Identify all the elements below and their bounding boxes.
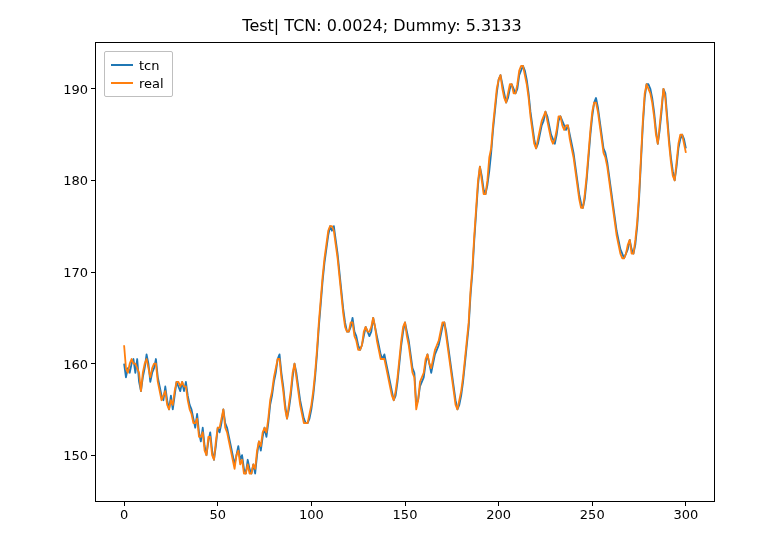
axes: tcn real 0501001502002503001501601701801… bbox=[95, 42, 715, 502]
legend-label-real: real bbox=[139, 76, 164, 91]
legend-entry-real: real bbox=[111, 74, 164, 92]
legend-swatch-real bbox=[111, 82, 133, 84]
series-tcn bbox=[124, 66, 686, 474]
xtick-mark bbox=[498, 501, 499, 506]
ytick-mark bbox=[91, 88, 96, 89]
xtick-mark bbox=[124, 501, 125, 506]
ytick-label: 170 bbox=[63, 265, 88, 280]
legend-entry-tcn: tcn bbox=[111, 56, 164, 74]
legend-swatch-tcn bbox=[111, 64, 133, 66]
xtick-label: 200 bbox=[486, 507, 511, 522]
figure: Test| TCN: 0.0024; Dummy: 5.3133 tcn rea… bbox=[0, 0, 764, 550]
ytick-label: 150 bbox=[63, 448, 88, 463]
ytick-mark bbox=[91, 363, 96, 364]
xtick-mark bbox=[217, 501, 218, 506]
xtick-mark bbox=[685, 501, 686, 506]
xtick-mark bbox=[592, 501, 593, 506]
xtick-mark bbox=[311, 501, 312, 506]
ytick-label: 160 bbox=[63, 356, 88, 371]
ytick-label: 180 bbox=[63, 173, 88, 188]
xtick-label: 250 bbox=[580, 507, 605, 522]
xtick-label: 150 bbox=[393, 507, 418, 522]
series-real bbox=[124, 66, 686, 474]
ytick-label: 190 bbox=[63, 81, 88, 96]
xtick-label: 100 bbox=[299, 507, 324, 522]
xtick-label: 50 bbox=[209, 507, 226, 522]
legend-label-tcn: tcn bbox=[139, 58, 159, 73]
xtick-mark bbox=[405, 501, 406, 506]
ytick-mark bbox=[91, 455, 96, 456]
xtick-label: 300 bbox=[673, 507, 698, 522]
chart-title: Test| TCN: 0.0024; Dummy: 5.3133 bbox=[0, 16, 764, 35]
ytick-mark bbox=[91, 180, 96, 181]
ytick-mark bbox=[91, 272, 96, 273]
xtick-label: 0 bbox=[120, 507, 128, 522]
plot-area bbox=[96, 43, 714, 501]
legend: tcn real bbox=[104, 51, 173, 97]
